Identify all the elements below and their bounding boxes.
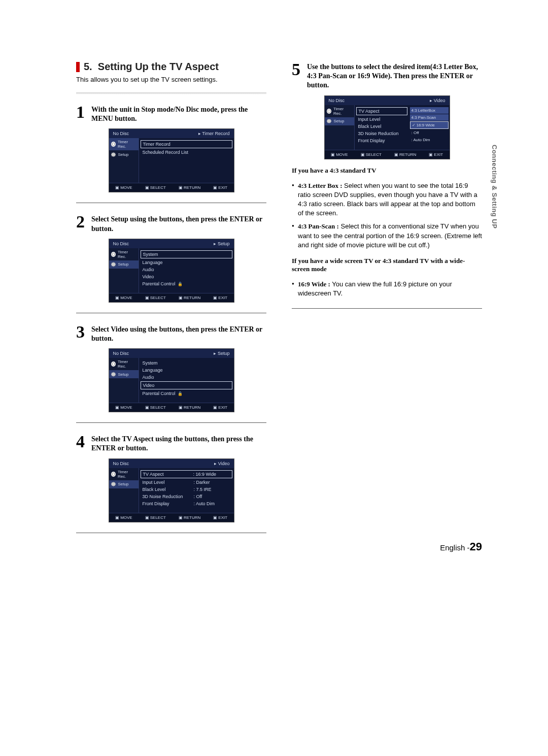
osd-nav-move: MOVE [115, 295, 132, 300]
osd-row: Video [141, 273, 232, 280]
disc-icon [111, 361, 116, 367]
osd-row: System [141, 250, 232, 258]
osd-nav-move: MOVE [115, 515, 132, 520]
osd-row: Parental Control [141, 280, 232, 287]
osd-no-disc: No Disc [113, 241, 129, 246]
osd-screenshot-5: No Disc ▸ Video Timer Rec. Setup TV Aspe… [324, 95, 450, 159]
osd-row: System [141, 359, 232, 367]
osd-crumb: ▸ Setup [214, 351, 229, 356]
divider [76, 422, 266, 423]
osd-row: Language [141, 259, 232, 266]
step-3: 3 Select Video using the buttons, then p… [76, 323, 266, 343]
osd-crumb: ▸ Timer Record [198, 131, 230, 136]
osd-nav-move: MOVE [115, 405, 132, 410]
osd-row: Front Display: Auto Dim [141, 500, 232, 507]
osd-nav-select: SELECT [145, 405, 166, 410]
divider [76, 203, 266, 203]
gear-icon [327, 119, 332, 124]
subheading-wide: If you have a wide screen TV or 4:3 stan… [292, 257, 482, 273]
osd-side-timer: Timer Rec. [109, 358, 139, 370]
osd-side-setup: Setup [109, 370, 139, 378]
divider [76, 313, 266, 313]
osd-screenshot-4: No Disc ▸ Video Timer Rec. Setup TV Aspe… [109, 458, 234, 522]
disc-icon [111, 472, 116, 477]
step-2: 2 Select Setup using the buttons, then p… [76, 213, 266, 233]
osd-row: Black Level: 7.5 IRE [141, 486, 232, 493]
divider [76, 92, 266, 94]
disc-icon [327, 109, 331, 114]
heading-bar [76, 62, 80, 72]
osd-option: : Off [410, 129, 449, 136]
step-text: Select Video using the buttons, then pre… [91, 323, 266, 343]
osd-row: Front Display [356, 137, 407, 144]
heading-title: Setting Up the TV Aspect [98, 61, 219, 73]
step-text: With the unit in Stop mode/No Disc mode,… [91, 104, 266, 123]
osd-nav-move: MOVE [331, 152, 348, 157]
osd-side-setup: Setup [325, 117, 354, 125]
osd-row: Black Level [356, 123, 407, 130]
osd-row: TV Aspect: 16:9 Wide [141, 470, 232, 478]
step-number: 4 [76, 433, 87, 450]
divider [76, 533, 266, 533]
osd-nav-exit: EXIT [213, 295, 227, 300]
osd-screenshot-2: No Disc ▸ Setup Timer Rec. Setup System … [109, 239, 234, 303]
step-number: 2 [76, 213, 87, 231]
step-5: 5 Use the buttons to select the desired … [292, 61, 482, 90]
osd-row: Audio [141, 266, 232, 273]
osd-nav-move: MOVE [115, 185, 132, 190]
osd-row: 3D Noise Reduction: Off [141, 493, 232, 500]
osd-side-timer: Timer Rec. [109, 138, 139, 150]
osd-screenshot-3: No Disc ▸ Setup Timer Rec. Setup System … [109, 348, 234, 412]
osd-nav-return: RETURN [179, 405, 201, 410]
osd-nav-return: RETURN [394, 152, 417, 157]
gear-icon [111, 482, 116, 487]
subheading-43tv: If you have a 4:3 standard TV [292, 167, 482, 175]
gear-icon [111, 372, 116, 377]
step-text: Use the buttons to select the desired it… [307, 61, 482, 90]
section-heading: 5. Setting Up the TV Aspect [76, 61, 266, 73]
osd-side-timer: Timer Rec. [109, 468, 139, 480]
step-text: Select Setup using the buttons, then pre… [91, 213, 266, 233]
osd-nav-select: SELECT [145, 515, 166, 520]
osd-crumb: ▸ Video [430, 98, 445, 103]
heading-number: 5. [84, 61, 92, 73]
osd-nav-exit: EXIT [429, 152, 443, 157]
osd-no-disc: No Disc [329, 98, 345, 103]
osd-row: Timer Record [141, 140, 232, 148]
osd-nav-return: RETURN [179, 515, 201, 520]
side-tab: Connecting & Setting UP [491, 145, 498, 228]
osd-row: Scheduled Record List [141, 149, 232, 156]
osd-crumb: ▸ Setup [214, 241, 229, 246]
osd-side-setup: Setup [109, 260, 139, 269]
osd-row: 3D Noise Reduction [356, 130, 407, 137]
osd-row: Input Level [356, 116, 407, 123]
step-4: 4 Select the TV Aspect using the buttons… [76, 433, 266, 453]
osd-side-timer: Timer Rec. [325, 105, 354, 117]
osd-row: Language [141, 367, 232, 374]
intro-text: This allows you to set up the TV screen … [76, 76, 266, 83]
osd-nav-select: SELECT [361, 152, 382, 157]
osd-side-setup: Setup [109, 150, 139, 158]
osd-row: Input Level: Darker [141, 479, 232, 486]
list-item: 16:9 Wide : You can view the full 16:9 p… [292, 280, 482, 298]
page-number: 29 [470, 540, 482, 553]
osd-no-disc: No Disc [113, 461, 129, 466]
list-item: 4:3 Letter Box : Select when you want to… [292, 181, 482, 218]
step-number: 5 [292, 61, 303, 78]
osd-crumb: ▸ Video [214, 461, 229, 466]
osd-nav-exit: EXIT [213, 515, 227, 520]
osd-no-disc: No Disc [113, 351, 129, 356]
footer-lang: English - [440, 543, 469, 552]
disc-icon [111, 252, 116, 257]
osd-no-disc: No Disc [113, 131, 129, 136]
osd-nav-select: SELECT [145, 295, 166, 300]
list-item: 4:3 Pan-Scan : Select this for a convent… [292, 222, 482, 250]
step-number: 3 [76, 323, 87, 341]
step-text: Select the TV Aspect using the buttons, … [91, 433, 266, 453]
osd-nav-exit: EXIT [213, 405, 227, 410]
osd-row: TV Aspect [356, 107, 407, 115]
osd-nav-exit: EXIT [213, 185, 227, 190]
osd-side-timer: Timer Rec. [109, 248, 139, 260]
step-number: 1 [76, 104, 87, 121]
osd-option: : Auto Dim [410, 137, 449, 143]
